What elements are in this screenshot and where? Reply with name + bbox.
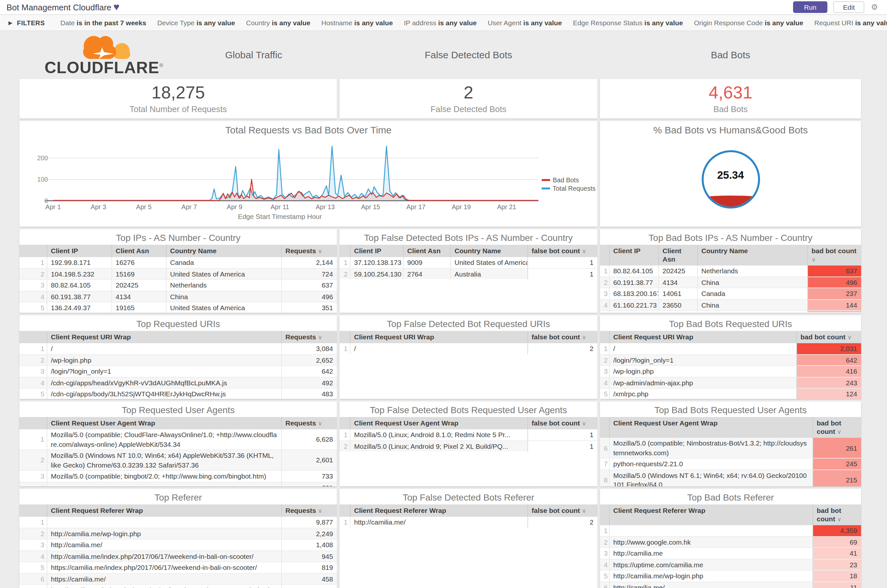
filter-item[interactable]: Edge Response Status is any value [573,19,683,27]
table-row: 380.82.64.105202425Netherlands637 [20,279,337,291]
table-cell: 60.191.38.77 [47,291,111,302]
row-number: 6 [600,582,609,588]
filter-item[interactable]: Country is any value [246,19,310,27]
row-number: 1 [340,430,350,441]
legend-item[interactable]: Bad Bots [542,177,579,184]
table-row: 180.82.64.105202425Netherlands637 [600,266,861,277]
sort-caret-icon: ∨ [582,248,586,255]
filter-item[interactable]: Hostname is any value [321,19,393,27]
edit-button[interactable]: Edit [833,1,864,13]
kpi-false-detected-bots-value: 2 [464,84,473,102]
table-cell: https://uptime.com/camilia.me [609,559,812,570]
row-number: 3 [20,279,47,291]
table-cell: 11 [812,582,861,588]
table-row: 2http://www.google.com.hk69 [600,537,861,548]
row-number: 4 [600,559,609,570]
kpi-false-detected-bots: 2 False Detected Bots [340,79,597,118]
column-header[interactable]: Requests ∨ [281,245,337,257]
table-cell: /login/?login_only=1 [47,366,281,377]
table-card-top-ips: Top IPs - AS Number - CountryClient IPCl… [20,229,337,313]
table-cell: 23650 [658,300,697,311]
filter-item[interactable]: Origin Response Code is any value [694,19,803,27]
column-header[interactable]: bad bot count ∨ [807,245,861,266]
table-row: 14,359 [600,525,861,537]
table-cell: 496 [807,277,861,288]
table-row: 19,877 [20,517,337,528]
filter-item[interactable]: User Agent is any value [488,19,562,27]
sort-caret-icon: ∨ [848,334,852,340]
column-header[interactable]: Requests ∨ [281,331,337,344]
column-header[interactable]: bad bot count ∨ [812,504,861,525]
cloudflare-logo: CLOUDFLARE® [38,33,170,76]
filters-label[interactable]: FILTERS [17,19,45,26]
row-number: 2 [600,354,609,366]
column-header[interactable]: false bot count ∨ [528,504,597,517]
table-cell: China [697,300,807,311]
table-cell: 637 [281,279,337,291]
table-title: Top Bad Bots Requested URIs [600,315,861,331]
table-cell: 2 [528,517,597,528]
column-header: Country Name [697,245,807,266]
row-number: 1 [340,344,350,354]
data-table: Client Request User Agent WrapRequests ∨… [20,417,337,486]
table-cell: 80.82.64.105 [47,279,111,291]
column-header: Client Request URI Wrap [47,331,281,344]
row-number: 3 [20,471,47,482]
data-table: Client Request User Agent Wrapbad bot co… [600,417,861,486]
run-button[interactable]: Run [793,1,828,13]
table-row: 1http://camilia.me/2 [340,517,597,528]
row-number: 4 [600,377,609,388]
row-number: 1 [340,257,350,268]
table-title: Top IPs - AS Number - Country [20,229,337,245]
table-cell: 637 [807,266,861,277]
table-cell: 124 [796,388,861,399]
filter-item[interactable]: Device Type is any value [157,19,235,27]
timeseries-svg[interactable]: 0100200Apr 1Apr 3Apr 5Apr 7Apr 9Apr 11Ap… [20,135,597,226]
table-cell: 104.198.5.232 [47,268,111,279]
row-number-header [340,331,350,344]
gear-icon[interactable]: ⚙ [871,3,878,12]
table-row: 3Mozilla/5.0 (compatible; bingbot/2.0; +… [20,471,337,482]
column-header[interactable]: false bot count ∨ [528,245,597,257]
table-card-false-bots-referer: Top False Detected Bots RefererClient Re… [340,489,597,588]
table-row: 7http://camilia.me/index.php/2017/05/14/… [20,585,337,588]
filter-item[interactable]: Date is in the past 7 weeks [60,19,146,27]
column-header: Country Name [450,245,528,257]
column-header[interactable]: bad bot count ∨ [812,417,861,438]
table-row [600,311,861,312]
data-table: Client Request URI Wrapfalse bot count ∨… [340,331,597,354]
column-header[interactable]: Requests ∨ [281,417,337,430]
table-cell: 16276 [111,257,166,268]
filters-expand-icon[interactable]: ▶ [8,20,12,26]
table-row: 4https://uptime.com/camilia.me23 [600,559,861,570]
filter-item[interactable]: Request URI is any value [815,19,887,27]
table-cell: 215 [812,470,861,486]
column-header[interactable]: Requests ∨ [281,504,337,517]
row-number-header [20,504,47,517]
column-header: Client Request User Agent Wrap [47,417,281,430]
table-title: Top Bad Bots Referer [600,489,861,504]
row-number: 7 [20,585,47,588]
column-header[interactable]: false bot count ∨ [528,417,597,430]
table-cell: 4134 [111,291,166,302]
table-row: 5136.24.49.3719165United States of Ameri… [20,302,337,313]
table-cell: 202425 [658,266,697,277]
table-title: Top Bad Bots IPs - AS Number - Country [600,229,861,245]
row-number: 4 [20,550,47,562]
table-cell: /xmlrpc.php [609,388,796,399]
row-number: 2 [600,537,609,548]
sort-caret-icon: ∨ [582,508,586,514]
svg-text:Apr 1: Apr 1 [45,203,61,210]
table-cell: 724 [281,268,337,279]
svg-text:Apr 9: Apr 9 [227,203,242,210]
legend-item[interactable]: Total Requests [542,185,595,192]
filters-bar: ▶ FILTERS Date is in the past 7 weeksDev… [0,15,887,31]
filter-item[interactable]: IP address is any value [404,19,477,27]
data-table: Client IPClient AsnCountry Namefalse bot… [340,245,597,279]
column-header[interactable]: false bot count ∨ [528,331,597,344]
table-cell: /cdn-cgi/apps/head/xVgyKhR-vV3dAUGhMqfBc… [47,377,281,388]
row-number-header [600,331,609,344]
column-header[interactable]: bad bot count ∨ [796,331,861,344]
data-table: Client IPClient AsnCountry NameRequests … [20,245,337,313]
kpi-total-requests: 18,275 Total Number of Requests [20,79,337,118]
